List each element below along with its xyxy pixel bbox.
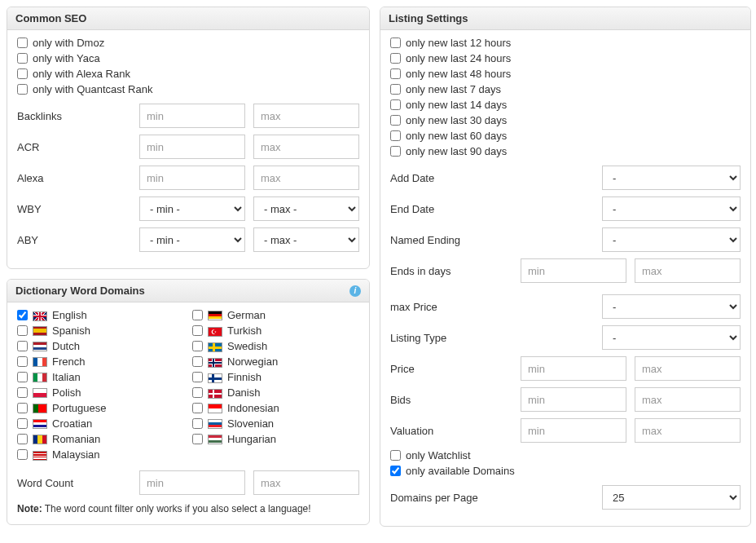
- lang-no[interactable]: Norwegian: [192, 355, 359, 368]
- perpage-select[interactable]: 25: [602, 485, 741, 510]
- lang-hu[interactable]: Hungarian: [192, 433, 359, 445]
- time-checkbox-3[interactable]: [390, 84, 401, 95]
- lang-de-checkbox[interactable]: [192, 310, 203, 320]
- time-checkbox-7[interactable]: [390, 146, 401, 157]
- lang-hr-checkbox[interactable]: [17, 418, 28, 429]
- time-checkbox-5[interactable]: [390, 115, 401, 126]
- aby-max-select[interactable]: - max -: [253, 227, 359, 252]
- only-watchlist-checkbox[interactable]: [390, 450, 401, 461]
- only-available-check[interactable]: only available Domains: [390, 465, 741, 477]
- lang-pl-checkbox[interactable]: [17, 387, 28, 398]
- lang-id[interactable]: Indonesian: [192, 402, 359, 414]
- endsin-min[interactable]: [521, 258, 626, 283]
- lang-es-checkbox[interactable]: [17, 325, 28, 336]
- lang-id-checkbox[interactable]: [192, 403, 203, 413]
- bids-max[interactable]: [635, 387, 741, 412]
- seo-check-2[interactable]: only with Alexa Rank: [17, 68, 359, 80]
- lang-fr-checkbox[interactable]: [17, 356, 28, 367]
- alexa-min[interactable]: [139, 166, 245, 190]
- lang-fi[interactable]: Finnish: [192, 371, 359, 383]
- lang-hr[interactable]: Croatian: [17, 417, 184, 430]
- acr-min[interactable]: [139, 135, 245, 159]
- seo-checkbox-3[interactable]: [17, 84, 28, 95]
- lang-gb[interactable]: English: [17, 309, 184, 321]
- word-count-max[interactable]: [253, 470, 359, 495]
- lang-nl[interactable]: Dutch: [17, 340, 184, 352]
- panel-header-dictionary: Dictionary Word Domains i: [7, 280, 369, 302]
- lang-it[interactable]: Italian: [17, 371, 184, 383]
- time-check-0[interactable]: only new last 12 hours: [390, 37, 741, 49]
- lang-si[interactable]: Slovenian: [192, 417, 359, 430]
- lang-hu-checkbox[interactable]: [192, 434, 203, 444]
- flag-fr-icon: [33, 357, 47, 367]
- lang-ro[interactable]: Romanian: [17, 433, 184, 445]
- lang-tr[interactable]: ☪Turkish: [192, 324, 359, 337]
- endsin-max[interactable]: [635, 258, 741, 283]
- wby-min-select[interactable]: - min -: [139, 196, 245, 221]
- acr-max[interactable]: [253, 135, 359, 159]
- time-check-4[interactable]: only new last 14 days: [390, 99, 741, 111]
- lang-gb-checkbox[interactable]: [17, 310, 28, 320]
- aby-min-select[interactable]: - min -: [139, 227, 245, 252]
- time-check-1[interactable]: only new last 24 hours: [390, 52, 741, 64]
- only-available-checkbox[interactable]: [390, 466, 401, 476]
- lang-de[interactable]: German: [192, 309, 359, 321]
- lang-ro-checkbox[interactable]: [17, 434, 28, 444]
- bids-min[interactable]: [521, 387, 626, 412]
- time-checkbox-1[interactable]: [390, 53, 401, 64]
- time-checkbox-4[interactable]: [390, 99, 401, 110]
- time-check-6[interactable]: only new last 60 days: [390, 130, 741, 142]
- seo-checkbox-1[interactable]: [17, 53, 28, 64]
- flag-dk-icon: [208, 386, 222, 399]
- only-watchlist-check[interactable]: only Watchlist: [390, 449, 741, 461]
- lang-pt-checkbox[interactable]: [17, 403, 28, 413]
- lang-my[interactable]: Malaysian: [17, 448, 184, 461]
- named-ending-select[interactable]: -: [602, 227, 741, 252]
- lang-it-checkbox[interactable]: [17, 372, 28, 382]
- lang-fi-checkbox[interactable]: [192, 372, 203, 382]
- listingtype-select[interactable]: -: [602, 325, 741, 350]
- lang-pl[interactable]: Polish: [17, 386, 184, 399]
- valuation-max[interactable]: [635, 418, 741, 443]
- lang-es[interactable]: Spanish: [17, 324, 184, 337]
- seo-check-1[interactable]: only with Yaca: [17, 52, 359, 64]
- seo-checkbox-2[interactable]: [17, 68, 28, 79]
- time-checkbox-2[interactable]: [390, 68, 401, 79]
- time-check-5[interactable]: only new last 30 days: [390, 114, 741, 126]
- maxprice-select[interactable]: -: [602, 294, 741, 319]
- lang-dk-checkbox[interactable]: [192, 387, 203, 398]
- named-ending-label: Named Ending: [390, 234, 504, 246]
- lang-no-checkbox[interactable]: [192, 356, 203, 367]
- time-checkbox-0[interactable]: [390, 38, 401, 48]
- lang-nl-checkbox[interactable]: [17, 341, 28, 351]
- lang-se-checkbox[interactable]: [192, 341, 203, 351]
- backlinks-label: Backlinks: [17, 110, 131, 122]
- lang-fr[interactable]: French: [17, 355, 184, 368]
- backlinks-max[interactable]: [253, 104, 359, 128]
- seo-check-0[interactable]: only with Dmoz: [17, 37, 359, 49]
- time-check-3[interactable]: only new last 7 days: [390, 83, 741, 95]
- valuation-min[interactable]: [521, 418, 626, 443]
- info-icon[interactable]: i: [349, 285, 361, 297]
- add-date-select[interactable]: -: [602, 166, 741, 190]
- seo-checkbox-0[interactable]: [17, 38, 28, 48]
- seo-check-3[interactable]: only with Quantcast Rank: [17, 83, 359, 95]
- lang-tr-checkbox[interactable]: [192, 325, 203, 336]
- word-count-min[interactable]: [139, 470, 245, 495]
- time-check-2[interactable]: only new last 48 hours: [390, 68, 741, 80]
- backlinks-min[interactable]: [139, 104, 245, 128]
- price-min[interactable]: [521, 356, 626, 381]
- acr-label: ACR: [17, 141, 131, 153]
- lang-se[interactable]: Swedish: [192, 340, 359, 352]
- alexa-max[interactable]: [253, 166, 359, 190]
- lang-dk[interactable]: Danish: [192, 386, 359, 399]
- wby-max-select[interactable]: - max -: [253, 196, 359, 221]
- lang-pt[interactable]: Portuguese: [17, 402, 184, 414]
- lang-si-checkbox[interactable]: [192, 418, 203, 429]
- price-max[interactable]: [635, 356, 741, 381]
- panel-header-common-seo: Common SEO: [7, 7, 369, 30]
- lang-my-checkbox[interactable]: [17, 449, 28, 460]
- end-date-select[interactable]: -: [602, 196, 741, 221]
- time-checkbox-6[interactable]: [390, 130, 401, 141]
- time-check-7[interactable]: only new last 90 days: [390, 145, 741, 157]
